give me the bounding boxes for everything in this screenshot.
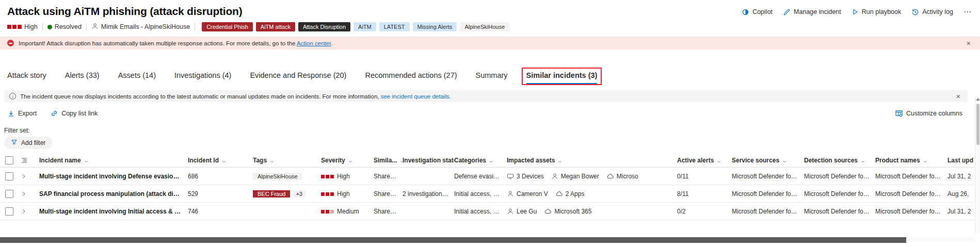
tag-badge[interactable]: LATEST [379, 22, 410, 31]
activity-log-button[interactable]: Activity log [911, 8, 953, 16]
incident-row[interactable]: Multi-stage incident involving Defense e… [0, 168, 980, 185]
pencil-icon [783, 8, 791, 16]
tab-assets[interactable]: Assets (14) [118, 71, 156, 85]
incident-scope: Mimik Emails - AlpineSkiHouse [91, 23, 190, 31]
tag-badge[interactable]: AiTM [354, 22, 376, 31]
column-header-id[interactable]: Incident Id [188, 157, 253, 164]
customize-columns-icon [895, 109, 903, 118]
row-product-names: Microsoft Defender for Clo... [875, 208, 947, 215]
caret-down-icon [489, 157, 494, 164]
vertical-scrollbar[interactable] [975, 96, 980, 233]
row-service-sources: Microsoft Defender for Clo... [732, 173, 804, 180]
chevron-right-icon[interactable] [21, 173, 27, 179]
column-header-impacted-assets[interactable]: Impacted assets [507, 157, 677, 164]
row-checkbox[interactable] [5, 190, 13, 198]
impacted-asset: Microso [606, 172, 638, 180]
caret-down-icon [269, 157, 275, 164]
person-icon [91, 23, 101, 31]
run-playbook-button[interactable]: Run playbook [852, 8, 901, 15]
incident-name-link[interactable]: Multi-stage incident involving Initial a… [39, 208, 188, 215]
column-header-active-alerts[interactable]: Active alerts [677, 157, 732, 164]
header-actions: CopilotManage incidentRun playbookActivi… [742, 7, 972, 17]
tab-alerts[interactable]: Alerts (33) [65, 71, 100, 85]
incident-meta-row: High Resolved Mimik Emails - AlpineSkiHo… [0, 18, 980, 37]
status-label: Resolved [55, 23, 82, 30]
status-badge: Resolved [47, 23, 82, 30]
caret-down-icon [348, 157, 353, 164]
caret-down-icon [782, 157, 787, 164]
manage-incident-button[interactable]: Manage incident [783, 8, 841, 16]
row-product-names: Microsoft Defender for Clo... [875, 173, 947, 180]
tab-similar-incidents[interactable]: Similar incidents (3) [526, 71, 598, 85]
incident-row[interactable]: Multi-stage incident involving Initial a… [0, 203, 980, 220]
more-actions-button[interactable]: ⋯ [963, 7, 972, 17]
tag-badge[interactable]: Missing Alerts [413, 22, 457, 31]
row-impacted-assets: Lee GuMicrosoft 365 [507, 207, 677, 215]
add-filter-button[interactable]: Add filter [4, 137, 52, 149]
column-header-detection-sources[interactable]: Detection sources [804, 157, 875, 164]
tag-badge[interactable]: AlpineSkiHouse [460, 22, 509, 31]
row-tags: AlpineSkiHouse [253, 173, 321, 180]
caret-down-icon [716, 157, 721, 164]
incident-row[interactable]: SAP financial process manipulation (atta… [0, 185, 980, 203]
info-icon: i [9, 93, 16, 100]
chevron-right-icon[interactable] [21, 208, 27, 215]
action-center-link[interactable]: Action center [297, 40, 331, 46]
horizontal-scrollbar[interactable] [0, 237, 975, 243]
chevron-right-icon[interactable] [21, 191, 27, 197]
column-header-tags[interactable]: Tags [253, 157, 321, 164]
vertical-scrollbar-thumb[interactable] [976, 104, 979, 145]
incident-queue-details-link[interactable]: see incident queue details. [381, 93, 451, 100]
row-severity: High [321, 173, 374, 180]
export-button[interactable]: Export [7, 110, 37, 118]
group-icon[interactable] [21, 157, 28, 164]
tag-badge: +3 [293, 190, 306, 197]
row-similarity: Shared al... [374, 208, 403, 215]
column-header-severity[interactable]: Severity [321, 157, 374, 164]
incident-name-link[interactable]: Multi-stage incident involving Defense e… [39, 173, 188, 180]
tab-recommended-actions[interactable]: Recommended actions (27) [365, 71, 457, 85]
row-active-alerts: 0/2 [677, 208, 732, 215]
column-header-service-sources[interactable]: Service sources [732, 157, 804, 164]
caret-down-icon [923, 157, 928, 164]
tag-badge[interactable]: Attack Disruption [298, 22, 350, 31]
cloud-icon [544, 207, 552, 215]
column-header-categories[interactable]: Categories [454, 157, 507, 164]
info-close-icon[interactable]: × [954, 92, 962, 101]
horizontal-scrollbar-thumb[interactable] [0, 237, 906, 243]
row-similarity: Shared al... [374, 190, 403, 197]
incident-id: 686 [188, 173, 253, 180]
tab-evidence-and-response[interactable]: Evidence and Response (20) [250, 71, 346, 85]
row-checkbox[interactable] [5, 172, 13, 180]
tab-attack-story[interactable]: Attack story [7, 71, 46, 85]
divider [195, 23, 195, 30]
select-all-checkbox[interactable] [5, 156, 13, 164]
incident-name-link[interactable]: SAP financial process manipulation (atta… [39, 190, 188, 197]
tag-badge[interactable]: Credential Phish [202, 22, 253, 31]
column-header-name[interactable]: Incident name [39, 157, 188, 164]
banner-close-icon[interactable]: × [965, 39, 973, 47]
row-categories: Initial access, Defense evas... [454, 208, 507, 215]
row-categories: Initial access, Persistence, ... [454, 190, 507, 197]
copy-list-link-button[interactable]: Copy list link [50, 109, 98, 118]
caret-down-icon [221, 157, 227, 164]
row-checkbox[interactable] [5, 207, 13, 216]
tab-summary[interactable]: Summary [476, 71, 508, 85]
device-icon [507, 173, 514, 180]
copilot-button[interactable]: Copilot [742, 8, 773, 16]
more-icon: ⋯ [963, 7, 972, 17]
customize-columns-button[interactable]: Customize columns [895, 109, 962, 118]
tab-investigations[interactable]: Investigations (4) [174, 71, 231, 85]
column-header-product-names[interactable]: Product names [875, 157, 947, 164]
impacted-asset: Microsoft 365 [544, 207, 591, 215]
column-header-investigation-state[interactable]: Investigation state [403, 157, 454, 164]
scroll-up-arrow-icon[interactable] [976, 98, 980, 101]
row-severity: High [321, 190, 374, 197]
column-header-similarity[interactable]: Simila... [374, 157, 403, 164]
tag-badge[interactable]: AiTM attack [256, 22, 295, 31]
row-impacted-assets: Cameron V2 Apps [507, 190, 677, 197]
divider [86, 23, 87, 30]
impacted-asset: Megan Bower [551, 173, 599, 180]
person-icon [507, 190, 514, 197]
funnel-icon [11, 139, 18, 147]
